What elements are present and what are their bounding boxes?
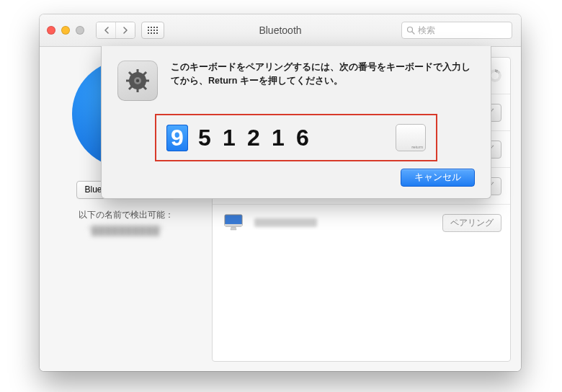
pairing-digit: 9	[166, 125, 188, 151]
svg-line-53	[143, 86, 146, 89]
grid-icon	[148, 27, 158, 34]
device-row[interactable]: ペアリング	[213, 205, 510, 241]
return-key-icon: return	[396, 124, 426, 151]
system-preferences-icon	[117, 61, 158, 101]
back-button[interactable]	[97, 22, 115, 38]
device-name	[254, 218, 434, 227]
pairing-digit: 1	[221, 125, 237, 151]
preferences-window: Bluetooth 検索 Bluetooth を切にする 以下の名前で検出可能：…	[40, 14, 521, 371]
pairing-digit: 2	[246, 125, 262, 151]
svg-point-0	[408, 27, 413, 32]
pairing-instruction: このキーボードをペアリングするには、次の番号をキーボードで入力してから、Retu…	[171, 61, 475, 101]
pairing-code-box: 9 5 1 2 1 6 return	[155, 114, 437, 161]
close-window-button[interactable]	[47, 26, 55, 35]
minimize-window-button[interactable]	[61, 26, 70, 35]
svg-line-1	[412, 32, 414, 34]
svg-line-52	[129, 72, 132, 75]
svg-point-57	[136, 79, 139, 82]
search-icon	[406, 26, 415, 35]
pairing-digit: 1	[270, 125, 286, 151]
svg-rect-46	[225, 224, 242, 226]
cancel-button[interactable]: キャンセル	[401, 169, 475, 187]
titlebar: Bluetooth 検索	[40, 14, 521, 47]
nav-back-forward	[96, 22, 135, 39]
svg-line-55	[129, 86, 132, 89]
window-controls	[47, 26, 84, 35]
search-placeholder: 検索	[418, 24, 435, 37]
imac-icon	[221, 212, 246, 233]
forward-button[interactable]	[115, 22, 135, 38]
pairing-digit: 6	[295, 125, 311, 151]
discoverable-label: 以下の名前で検出可能：	[79, 209, 174, 221]
pairing-code-digits: 9 5 1 2 1 6	[166, 125, 311, 151]
pairing-dialog: このキーボードをペアリングするには、次の番号をキーボードで入力してから、Retu…	[101, 46, 491, 199]
zoom-window-button[interactable]	[76, 26, 84, 35]
search-field[interactable]: 検索	[401, 22, 512, 39]
show-all-button[interactable]	[141, 22, 164, 39]
pair-button[interactable]: ペアリング	[442, 214, 501, 232]
pairing-digit: 5	[197, 125, 213, 151]
svg-line-54	[143, 72, 146, 75]
discoverable-name: "██████████"	[88, 226, 164, 236]
